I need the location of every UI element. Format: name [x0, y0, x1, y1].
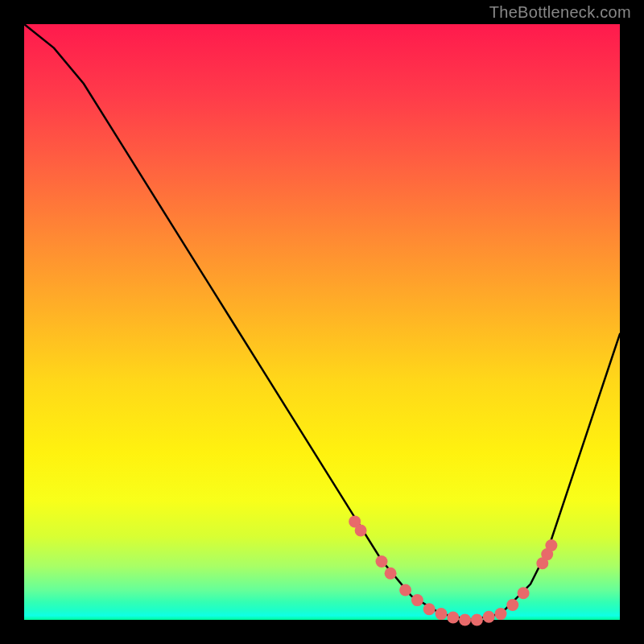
- curve-marker: [545, 539, 557, 551]
- curve-marker: [495, 608, 507, 620]
- curve-marker: [423, 603, 436, 615]
- curve-marker: [471, 614, 483, 626]
- curve-marker: [411, 594, 423, 606]
- bottleneck-curve: [24, 24, 620, 620]
- curve-marker: [436, 608, 448, 620]
- curve-line: [24, 24, 620, 620]
- curve-marker: [506, 599, 518, 611]
- curve-marker: [385, 568, 397, 580]
- curve-marker: [483, 611, 495, 623]
- curve-marker: [399, 584, 411, 597]
- curve-marker: [355, 525, 367, 537]
- curve-marker: [447, 612, 459, 624]
- curve-marker: [518, 587, 530, 599]
- curve-marker: [459, 614, 471, 626]
- curve-markers: [349, 515, 557, 625]
- plot-area: [24, 24, 620, 620]
- watermark-text: TheBottleneck.com: [489, 3, 631, 22]
- curve-marker: [376, 555, 388, 568]
